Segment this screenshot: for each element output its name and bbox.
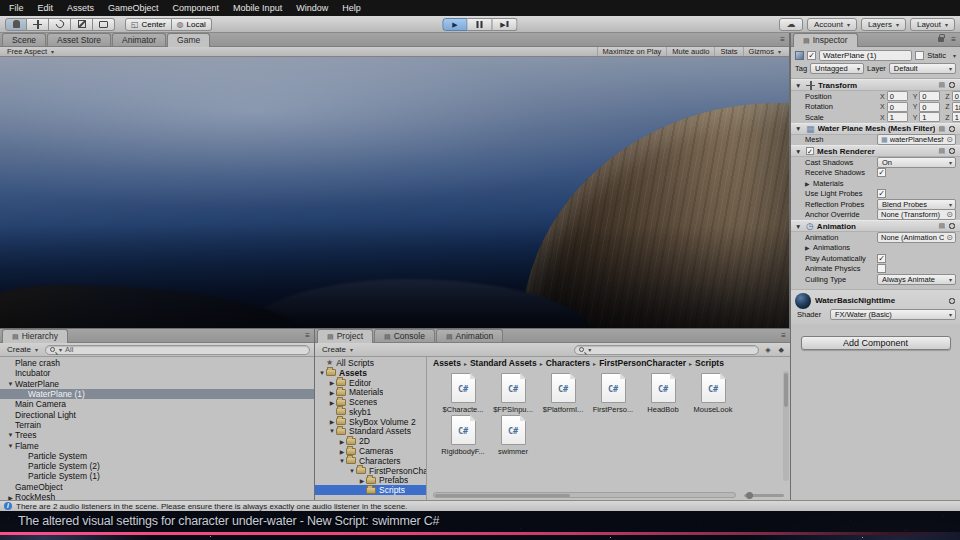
animation-header[interactable]: ▼ ◷ Animation ▤ bbox=[791, 220, 960, 232]
tab-game[interactable]: Game bbox=[167, 33, 210, 47]
fold-closed-icon[interactable]: ▶ bbox=[328, 389, 336, 396]
add-component-button[interactable]: Add Component bbox=[801, 336, 951, 350]
object-picker-icon[interactable]: ⊙ bbox=[946, 210, 953, 219]
mesh-filter-header[interactable]: ▼ ▦ Water Plane Mesh (Mesh Filter) ▤ bbox=[791, 123, 960, 135]
layout-dropdown[interactable]: Layout▾ bbox=[910, 18, 955, 31]
zoom-slider-knob[interactable] bbox=[746, 492, 753, 499]
fold-closed-icon[interactable]: ▶ bbox=[328, 418, 336, 425]
help-icon[interactable]: ▤ bbox=[938, 222, 945, 230]
horizontal-scrollbar[interactable] bbox=[433, 492, 736, 498]
tab-asset-store[interactable]: Asset Store bbox=[47, 33, 111, 46]
play-automatically-checkbox[interactable]: ✓ bbox=[877, 254, 886, 263]
hierarchy-item-particle-system[interactable]: Particle System bbox=[0, 451, 314, 461]
game-viewport[interactable] bbox=[0, 57, 789, 328]
aspect-dropdown[interactable]: Free Aspect▾ bbox=[3, 47, 58, 56]
component-enabled-checkbox[interactable]: ✓ bbox=[806, 147, 814, 155]
fold-open-icon[interactable]: ▼ bbox=[795, 82, 803, 89]
fold-open-icon[interactable]: ▼ bbox=[795, 148, 803, 155]
mesh-object-field[interactable]: ▦ waterPlaneMesh ⊙ bbox=[877, 134, 956, 145]
panel-menu-icon[interactable]: ≡ bbox=[780, 35, 785, 44]
project-tree-scripts[interactable]: Scripts bbox=[315, 485, 426, 495]
hierarchy-item-incubator[interactable]: Incubator bbox=[0, 368, 314, 378]
object-picker-icon[interactable]: ⊙ bbox=[946, 233, 953, 242]
rotation-z-field[interactable]: 180 bbox=[952, 102, 960, 112]
tab-console[interactable]: ▤Console bbox=[374, 329, 435, 342]
pause-button[interactable] bbox=[468, 18, 493, 31]
panel-menu-icon[interactable]: ≡ bbox=[305, 331, 310, 340]
position-y-field[interactable]: 0 bbox=[919, 91, 940, 101]
menu-assets[interactable]: Assets bbox=[60, 0, 101, 16]
transform-header[interactable]: ▼ Transform ▤ bbox=[791, 79, 960, 91]
fold-closed-icon[interactable]: ▶ bbox=[338, 438, 346, 445]
animate-physics-checkbox[interactable] bbox=[877, 264, 886, 273]
vertical-scrollbar[interactable] bbox=[783, 371, 789, 481]
breadcrumb-item-firstpersoncharacter[interactable]: FirstPersonCharacter bbox=[599, 358, 686, 368]
lock-icon[interactable] bbox=[938, 37, 944, 42]
project-tree-skyb1[interactable]: skyb1 bbox=[315, 407, 426, 417]
hierarchy-item-terrain[interactable]: Terrain bbox=[0, 420, 314, 430]
search-filter-caret-icon[interactable]: ▾ bbox=[59, 346, 62, 353]
mesh-renderer-header[interactable]: ▼ ✓ Mesh Renderer ▤ bbox=[791, 145, 960, 157]
static-dropdown-icon[interactable]: ▾ bbox=[953, 52, 956, 59]
game-toolbar-gizmos-button[interactable]: Gizmos▾ bbox=[743, 47, 786, 56]
project-file-headbob[interactable]: C#HeadBob bbox=[639, 373, 687, 414]
menu-window[interactable]: Window bbox=[289, 0, 335, 16]
gear-icon[interactable] bbox=[948, 125, 956, 133]
play-button[interactable]: ▶ bbox=[443, 18, 468, 31]
pivot-toggle-button[interactable]: ◱ Center bbox=[125, 18, 172, 31]
status-bar[interactable]: i There are 2 audio listeners in the sce… bbox=[0, 500, 960, 511]
fold-open-icon[interactable]: ▼ bbox=[795, 223, 803, 230]
project-file-swimmer[interactable]: C#swimmer bbox=[489, 415, 537, 456]
fold-open-icon[interactable]: ▼ bbox=[6, 443, 15, 449]
menu-edit[interactable]: Edit bbox=[31, 0, 61, 16]
scale-z-field[interactable]: 1 bbox=[952, 112, 960, 122]
receive-shadows-checkbox[interactable]: ✓ bbox=[877, 168, 886, 177]
project-tree-assets[interactable]: ▼Assets bbox=[315, 368, 426, 378]
project-tree-characters[interactable]: ▼Characters bbox=[315, 456, 426, 466]
scale-x-field[interactable]: 1 bbox=[887, 112, 908, 122]
hand-tool-button[interactable] bbox=[5, 18, 27, 31]
panel-menu-icon[interactable]: ≡ bbox=[951, 35, 956, 44]
project-create-button[interactable]: Create▾ bbox=[319, 345, 356, 354]
active-checkbox[interactable]: ✓ bbox=[807, 51, 816, 60]
anchor-override-object-field[interactable]: None (Transform)⊙ bbox=[877, 209, 956, 220]
step-button[interactable]: ▶ bbox=[493, 18, 518, 31]
fold-open-icon[interactable]: ▼ bbox=[318, 370, 326, 376]
help-icon[interactable]: ▤ bbox=[938, 81, 945, 89]
tab-animation[interactable]: ▤Animation bbox=[436, 329, 503, 342]
project-search-input[interactable]: ▾ bbox=[574, 345, 759, 355]
menu-component[interactable]: Component bbox=[166, 0, 227, 16]
project-tree-materials[interactable]: ▶Materials bbox=[315, 387, 426, 397]
tab-hierarchy[interactable]: ▤Hierarchy bbox=[2, 329, 68, 343]
help-icon[interactable]: ▤ bbox=[938, 125, 945, 133]
project-tree-standard-assets[interactable]: ▼Standard Assets bbox=[315, 427, 426, 437]
hierarchy-item-particle-system-2[interactable]: Particle System (2) bbox=[0, 461, 314, 471]
scale-tool-button[interactable] bbox=[71, 18, 93, 31]
space-toggle-button[interactable]: ◍ Local bbox=[172, 18, 212, 31]
animation-object-field[interactable]: None (Animation Cli⊙ bbox=[877, 232, 956, 243]
fold-open-icon[interactable]: ▼ bbox=[6, 381, 15, 387]
project-file-characte[interactable]: C#$Characte... bbox=[439, 373, 487, 414]
layer-dropdown[interactable]: Default▾ bbox=[889, 63, 956, 74]
project-file-fpsinpu[interactable]: C#$FPSInpu... bbox=[489, 373, 537, 414]
fold-closed-icon[interactable]: ▶ bbox=[6, 494, 15, 501]
layers-dropdown[interactable]: Layers▾ bbox=[861, 18, 906, 31]
position-z-field[interactable]: 0 bbox=[952, 91, 960, 101]
breadcrumb-item-scripts[interactable]: Scripts bbox=[695, 358, 724, 368]
zoom-slider[interactable] bbox=[744, 494, 784, 497]
tab-inspector[interactable]: ▤Inspector bbox=[793, 33, 858, 47]
shader-dropdown[interactable]: FX/Water (Basic)▾ bbox=[830, 309, 956, 320]
rotate-tool-button[interactable] bbox=[49, 18, 71, 31]
fold-open-icon[interactable]: ▼ bbox=[348, 468, 356, 474]
move-tool-button[interactable] bbox=[27, 18, 49, 31]
fold-closed-icon[interactable]: ▶ bbox=[328, 379, 336, 386]
search-filter-caret-icon[interactable]: ▾ bbox=[588, 346, 591, 353]
menu-gameobject[interactable]: GameObject bbox=[101, 0, 166, 16]
hierarchy-item-waterplane-1[interactable]: WaterPlane (1) bbox=[0, 389, 314, 399]
animations-foldout[interactable]: ▶Animations bbox=[791, 243, 960, 254]
game-toolbar-stats-button[interactable]: Stats bbox=[714, 47, 742, 56]
use-light-probes-checkbox[interactable]: ✓ bbox=[877, 189, 886, 198]
gear-icon[interactable] bbox=[948, 297, 956, 305]
cloud-services-button[interactable]: ☁ bbox=[779, 18, 803, 31]
project-tree-scenes[interactable]: ▶Scenes bbox=[315, 397, 426, 407]
